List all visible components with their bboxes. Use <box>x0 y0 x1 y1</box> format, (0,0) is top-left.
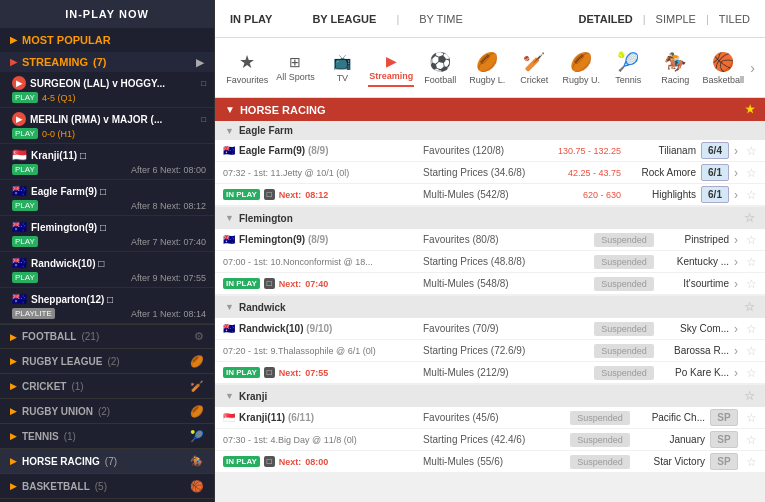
kranji-sp-2[interactable]: SP <box>710 431 738 448</box>
sport-rugby-l[interactable]: 🏉 Rugby L. <box>466 47 508 89</box>
sport-favourites[interactable]: ★ Favourites <box>225 47 269 89</box>
sidebar-category-rugby-league[interactable]: ▶ RUGBY LEAGUE (2) 🏉 <box>0 348 214 373</box>
flemington-star-2[interactable]: ☆ <box>746 255 757 269</box>
sidebar-category-horse-racing[interactable]: ▶ HORSE RACING (7) 🏇 <box>0 448 214 473</box>
eaglefarm-star-2[interactable]: ☆ <box>746 166 757 180</box>
sidebar-item-eaglefarm9[interactable]: 🇦🇺 Eagle Farm(9) □ PLAY After 8 Next: 08… <box>0 180 214 216</box>
randwick-star[interactable]: ☆ <box>744 300 755 314</box>
flemington-odds-2: Suspended Kentucky ... › ☆ <box>594 255 757 269</box>
all-sports-icon: ⊞ <box>289 54 301 70</box>
eaglefarm-odds-btn-1[interactable]: 6/4 <box>701 142 729 159</box>
football-gear-icon[interactable]: ⚙ <box>194 330 204 343</box>
flemington-star[interactable]: ☆ <box>744 211 755 225</box>
flemington-row-1: 🇦🇺 Flemington(9) (8/9) Favourites (80/8)… <box>215 229 765 251</box>
flemington-chevron-3[interactable]: › <box>734 277 738 291</box>
sidebar-category-tennis[interactable]: ▶ TENNIS (1) 🎾 <box>0 423 214 448</box>
randwick-star-3[interactable]: ☆ <box>746 366 757 380</box>
sport-football[interactable]: ⚽ Football <box>419 47 461 89</box>
eaglefarm-race-group: 🇦🇺 Eagle Farm(9) (8/9) Favourites (120/8… <box>215 140 765 206</box>
basketball-sport-icon: 🏀 <box>712 51 734 73</box>
shepparton12-time: After 1 Next: 08:14 <box>131 309 206 319</box>
randwick10-flag: 🇦🇺 <box>12 256 27 270</box>
flemington-runner-1: Pinstriped <box>659 234 729 245</box>
eaglefarm-chevron-1[interactable]: › <box>734 144 738 158</box>
kranji-star-2[interactable]: ☆ <box>746 433 757 447</box>
eaglefarm-odds-btn-3[interactable]: 6/1 <box>701 186 729 203</box>
randwick10-badge: PLAY <box>12 272 38 283</box>
sport-tennis[interactable]: 🎾 Tennis <box>607 47 649 89</box>
sport-tv[interactable]: 📺 TV <box>321 49 363 87</box>
in-play-link[interactable]: IN PLAY <box>230 13 272 25</box>
randwick-suspended-3: Suspended <box>594 366 654 380</box>
streaming-section[interactable]: ▶ STREAMING (7) ▶ <box>0 52 214 72</box>
sport-basketball[interactable]: 🏀 Basketball <box>701 47 745 89</box>
surgeon-detail: □ <box>201 79 206 88</box>
kranji-star-1[interactable]: ☆ <box>746 411 757 425</box>
sidebar-category-cricket[interactable]: ▶ CRICKET (1) 🏏 <box>0 373 214 398</box>
flemington-odds-3: Suspended It'sourtime › ☆ <box>594 277 757 291</box>
sidebar-item-merlin[interactable]: ▶ MERLIN (RMA) v MAJOR (... □ PLAY 0-0 (… <box>0 108 214 144</box>
sport-rugby-u[interactable]: 🏉 Rugby U. <box>560 47 602 89</box>
flemington-race-group: 🇦🇺 Flemington(9) (8/9) Favourites (80/8)… <box>215 229 765 295</box>
sidebar-category-greyhounds[interactable]: ▶ GREYHOUNDS (1) 🐕 <box>0 498 214 502</box>
simple-view[interactable]: SIMPLE <box>656 13 696 25</box>
flemington-row-2: 07:00 - 1st: 10.Nonconformist @ 18... St… <box>215 251 765 273</box>
eaglefarm-next-info: IN PLAY □ Next: 08:12 <box>223 189 423 200</box>
sidebar-item-flemington9[interactable]: 🇦🇺 Flemington(9) □ PLAY After 7 Next: 07… <box>0 216 214 252</box>
eaglefarm-time-info: 07:32 - 1st: 11.Jetty @ 10/1 (0l) <box>223 168 423 178</box>
horse-racing-star[interactable]: ★ <box>745 103 755 116</box>
kranji-sp-1[interactable]: SP <box>710 409 738 426</box>
sidebar-category-basketball[interactable]: ▶ BASKETBALL (5) 🏀 <box>0 473 214 498</box>
kranji-sp-3[interactable]: SP <box>710 453 738 470</box>
sidebar-category-rugby-union[interactable]: ▶ RUGBY UNION (2) 🏉 <box>0 398 214 423</box>
sidebar-item-surgeon[interactable]: ▶ SURGEON (LAL) v HOGGY... □ PLAY 4-5 (Q… <box>0 72 214 108</box>
by-time-link[interactable]: BY TIME <box>419 13 463 25</box>
flemington-market-1: Favourites (80/8) <box>423 234 594 245</box>
kranji-subsection[interactable]: ▼ Kranji ☆ <box>215 385 765 407</box>
eaglefarm-odds-1: 130.75 - 132.25 Tilianam 6/4 › ☆ <box>558 142 757 159</box>
flemington-star-3[interactable]: ☆ <box>746 277 757 291</box>
randwick-tv-badge: □ <box>264 367 275 378</box>
horse-racing-collapse[interactable]: ▼ <box>225 104 235 115</box>
sidebar-category-football[interactable]: ▶ FOOTBALL (21) ⚙ <box>0 324 214 348</box>
randwick-runner-2: Barossa R... <box>659 345 729 356</box>
sport-all-sports[interactable]: ⊞ All Sports <box>274 50 316 86</box>
detailed-view[interactable]: DETAILED <box>579 13 633 25</box>
merlin-name: MERLIN (RMA) v MAJOR (... <box>30 114 162 125</box>
randwick-star-1[interactable]: ☆ <box>746 322 757 336</box>
sport-streaming[interactable]: ▶ Streaming <box>368 49 414 87</box>
randwick-chevron-2[interactable]: › <box>734 344 738 358</box>
flemington-chevron-1[interactable]: › <box>734 233 738 247</box>
racing-label: Racing <box>661 75 689 85</box>
eaglefarm-odds-btn-2[interactable]: 6/1 <box>701 164 729 181</box>
randwick-subsection[interactable]: ▼ Randwick ☆ <box>215 296 765 318</box>
eaglefarm-star-3[interactable]: ☆ <box>746 188 757 202</box>
cricket-sport-icon: 🏏 <box>523 51 545 73</box>
eaglefarm-range-3: 620 - 630 <box>583 190 621 200</box>
sports-nav-arrow[interactable]: › <box>750 60 755 76</box>
sport-racing[interactable]: 🏇 Racing <box>654 47 696 89</box>
kranji-star[interactable]: ☆ <box>744 389 755 403</box>
flemington-subsection[interactable]: ▼ Flemington ☆ <box>215 207 765 229</box>
most-popular-section[interactable]: ▶ MOST POPULAR <box>0 28 214 52</box>
randwick-star-2[interactable]: ☆ <box>746 344 757 358</box>
randwick-row-3: IN PLAY □ Next: 07:55 Multi-Mules (212/9… <box>215 362 765 384</box>
eaglefarm-chevron-2[interactable]: › <box>734 166 738 180</box>
sidebar: IN-PLAY NOW ▶ MOST POPULAR ▶ STREAMING (… <box>0 0 215 502</box>
sidebar-item-shepparton12[interactable]: 🇦🇺 Shepparton(12) □ PLAYLITE After 1 Nex… <box>0 288 214 324</box>
flemington-star-1[interactable]: ☆ <box>746 233 757 247</box>
sidebar-item-randwick10[interactable]: 🇦🇺 Randwick(10) □ PLAY After 9 Next: 07:… <box>0 252 214 288</box>
randwick-chevron-1[interactable]: › <box>734 322 738 336</box>
kranji-star-3[interactable]: ☆ <box>746 455 757 469</box>
randwick-chevron-3[interactable]: › <box>734 366 738 380</box>
randwick-flag: 🇦🇺 <box>223 323 235 334</box>
eaglefarm-chevron-3[interactable]: › <box>734 188 738 202</box>
by-league-link[interactable]: BY LEAGUE <box>312 13 376 25</box>
tiled-view[interactable]: TILED <box>719 13 750 25</box>
sport-cricket[interactable]: 🏏 Cricket <box>513 47 555 89</box>
eaglefarm-subsection[interactable]: ▼ Eagle Farm <box>215 121 765 140</box>
eaglefarm-star-1[interactable]: ☆ <box>746 144 757 158</box>
sidebar-item-kranji11[interactable]: 🇸🇬 Kranji(11) □ PLAY After 6 Next: 08:00 <box>0 144 214 180</box>
randwick-market-3: Multi-Mules (212/9) <box>423 367 594 378</box>
flemington-chevron-2[interactable]: › <box>734 255 738 269</box>
